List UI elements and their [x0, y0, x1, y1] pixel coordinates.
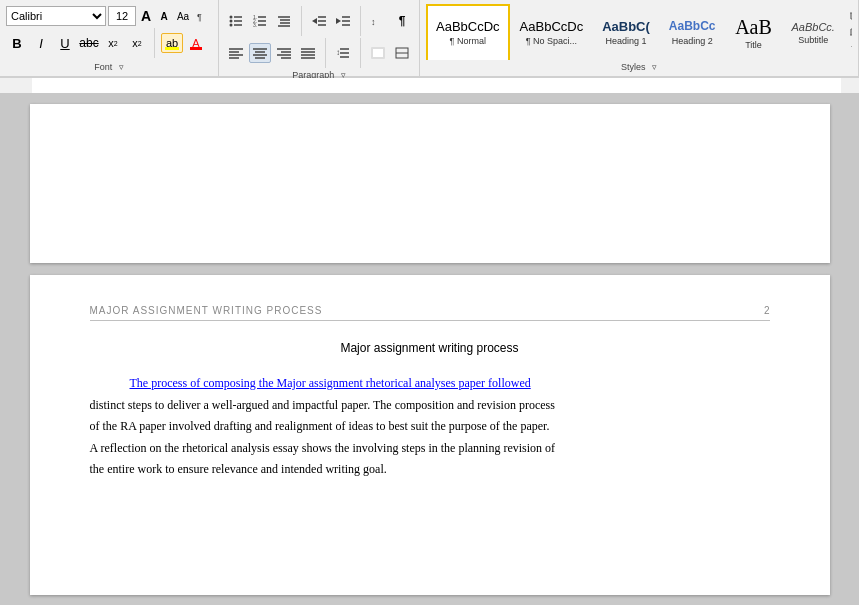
font-size-decrease-btn[interactable]: A [156, 6, 172, 26]
body-text-link: The process of composing the Major assig… [130, 376, 531, 390]
font-color-btn[interactable]: A [185, 33, 207, 53]
svg-marker-17 [312, 18, 317, 24]
style-subtitle[interactable]: AaBbCc. Subtitle [783, 4, 844, 60]
body-para-5: the entire work to ensure relevance and … [90, 459, 770, 481]
numbered-list-btn[interactable]: 1.2.3. [249, 11, 271, 31]
ribbon: Calibri Times New Roman Arial A A Aa ¶ B… [0, 0, 859, 78]
ruler [0, 78, 859, 94]
sort-btn[interactable]: ↕ [367, 11, 389, 31]
highlight-color-btn[interactable]: ab [161, 33, 183, 53]
style-heading2[interactable]: AaBbCc Heading 2 [660, 4, 725, 60]
page-2: MAJOR ASSIGNMENT WRITING PROCESS 2 Major… [30, 275, 830, 595]
style-no-spacing-label: ¶ No Spaci... [526, 36, 577, 46]
style-no-spacing[interactable]: AaBbCcDc ¶ No Spaci... [511, 4, 593, 60]
styles-group-label: Styles ▿ [426, 60, 852, 72]
page-number: 2 [764, 305, 770, 316]
styles-group: AaBbCcDc ¶ Normal AaBbCcDc ¶ No Spaci...… [420, 0, 859, 76]
italic-btn[interactable]: I [30, 33, 52, 53]
font-size-increase-btn[interactable]: A [138, 6, 154, 26]
align-center-btn[interactable] [249, 43, 271, 63]
underline-btn[interactable]: U [54, 33, 76, 53]
borders-btn[interactable] [391, 43, 413, 63]
align-right-btn[interactable] [273, 43, 295, 63]
style-subtitle-preview: AaBbCc. [792, 21, 835, 33]
svg-text:↕: ↕ [336, 48, 340, 57]
paragraph-group: 1.2.3. ↕ ¶ [219, 0, 420, 76]
style-normal-preview: AaBbCcDc [436, 20, 500, 34]
strikethrough-btn[interactable]: abc [78, 33, 100, 53]
line-spacing-btn[interactable]: ↕ [332, 43, 354, 63]
svg-marker-21 [336, 18, 341, 24]
svg-point-3 [230, 20, 233, 23]
style-heading1[interactable]: AaBbC( Heading 1 [593, 4, 659, 60]
svg-point-1 [230, 16, 233, 19]
svg-rect-47 [373, 49, 383, 57]
multilevel-list-btn[interactable] [273, 11, 295, 31]
font-name-select[interactable]: Calibri Times New Roman Arial [6, 6, 106, 26]
font-group-label: Font ▿ [6, 60, 212, 72]
align-left-btn[interactable] [225, 43, 247, 63]
svg-point-5 [230, 24, 233, 27]
style-heading1-label: Heading 1 [605, 36, 646, 46]
page-header: MAJOR ASSIGNMENT WRITING PROCESS 2 [90, 305, 770, 321]
body-para-4: A reflection on the rhetorical analysis … [90, 438, 770, 460]
styles-expand-btn[interactable] [846, 4, 852, 60]
increase-indent-btn[interactable] [332, 11, 354, 31]
doc-title: Major assignment writing process [90, 341, 770, 355]
doc-body: The process of composing the Major assig… [90, 373, 770, 481]
change-case-btn[interactable]: Aa [174, 6, 192, 26]
bullet-list-btn[interactable] [225, 11, 247, 31]
page-header-title: MAJOR ASSIGNMENT WRITING PROCESS [90, 305, 323, 316]
font-size-input[interactable] [108, 6, 136, 26]
document-area: MAJOR ASSIGNMENT WRITING PROCESS 2 Major… [0, 94, 859, 605]
style-heading2-label: Heading 2 [672, 36, 713, 46]
subscript-btn[interactable]: x2 [102, 33, 124, 53]
clear-format-btn[interactable]: ¶ [194, 6, 212, 26]
body-para-1: The process of composing the Major assig… [90, 373, 770, 395]
superscript-btn[interactable]: x2 [126, 33, 148, 53]
decrease-indent-btn[interactable] [308, 11, 330, 31]
page-2-content: MAJOR ASSIGNMENT WRITING PROCESS 2 Major… [30, 275, 830, 595]
ruler-white-area [32, 78, 841, 93]
style-title-preview: AaB [735, 16, 772, 38]
body-para-3: of the RA paper involved drafting and re… [90, 416, 770, 438]
bold-btn[interactable]: B [6, 33, 28, 53]
svg-text:↕: ↕ [371, 17, 376, 27]
show-formatting-btn[interactable]: ¶ [391, 11, 413, 31]
shading-btn[interactable] [367, 43, 389, 63]
svg-text:¶: ¶ [197, 12, 202, 22]
style-no-spacing-preview: AaBbCcDc [520, 20, 584, 34]
style-heading2-preview: AaBbCc [669, 20, 716, 33]
svg-text:3.: 3. [253, 22, 257, 27]
style-normal[interactable]: AaBbCcDc ¶ Normal [426, 4, 510, 60]
justify-btn[interactable] [297, 43, 319, 63]
style-normal-label: ¶ Normal [450, 36, 486, 46]
styles-list: AaBbCcDc ¶ Normal AaBbCcDc ¶ No Spaci...… [426, 4, 844, 60]
font-group: Calibri Times New Roman Arial A A Aa ¶ B… [0, 0, 219, 76]
body-para-2: distinct steps to deliver a well-argued … [90, 395, 770, 417]
style-subtitle-label: Subtitle [798, 35, 828, 45]
page-1 [30, 104, 830, 263]
style-heading1-preview: AaBbC( [602, 20, 650, 34]
svg-marker-54 [851, 46, 852, 50]
style-title[interactable]: AaB Title [726, 4, 782, 60]
style-title-label: Title [745, 40, 762, 50]
